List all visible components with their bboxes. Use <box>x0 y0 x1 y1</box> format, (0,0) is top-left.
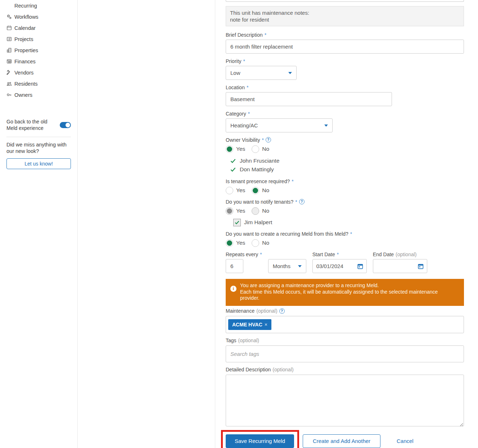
sidebar-item-owners[interactable]: Owners <box>6 89 71 100</box>
notify-tenants-no-radio[interactable] <box>252 207 259 215</box>
list-item: Don Mattingly <box>230 165 464 174</box>
list-item: John Frusciante <box>230 157 464 165</box>
start-date-label: Start Date * <box>312 251 367 257</box>
maintenance-provider-chip: ACME HVAC × <box>228 319 271 330</box>
category-select[interactable]: Heating/AC <box>226 118 333 132</box>
owner-name: John Frusciante <box>240 158 279 164</box>
required-asterisk: * <box>292 178 293 184</box>
notify-tenants-yes-radio[interactable] <box>226 207 233 215</box>
sidebar-item-label: Finances <box>14 59 36 64</box>
gears-icon <box>6 14 12 19</box>
notify-tenants-group: Do you want to notify tenants? * ? Yes N… <box>226 199 464 226</box>
meld-form-panel: This unit has maintenance notes: note fo… <box>215 0 478 448</box>
maintenance-notes-line2: note for resident <box>230 16 460 23</box>
old-experience-toggle[interactable] <box>60 122 71 128</box>
radio-label-yes: Yes <box>236 208 245 214</box>
detailed-description-group: Detailed Description (optional) <box>226 367 464 428</box>
owner-visibility-yes-radio[interactable] <box>226 145 233 153</box>
maintenance-notes-line1: This unit has maintenance notes: <box>230 9 460 16</box>
brief-description-label: Brief Description * <box>226 32 464 38</box>
chip-remove-icon[interactable]: × <box>265 322 267 327</box>
calendar-picker-icon[interactable] <box>418 263 424 269</box>
radio-label-no: No <box>262 187 269 194</box>
tenant-name: Jim Halpert <box>244 219 272 226</box>
priority-select[interactable]: Low <box>226 66 297 80</box>
radio-label-yes: Yes <box>236 187 245 194</box>
owner-visibility-no-radio[interactable] <box>252 145 259 153</box>
category-group: Category * Heating/AC <box>226 110 464 132</box>
owner-name: Don Mattingly <box>240 166 274 173</box>
recurring-assignment-warning: i You are assigning a maintenance provid… <box>226 279 464 306</box>
repeats-every-label: Repeats every * <box>226 251 262 257</box>
category-label: Category * <box>226 110 464 117</box>
owner-visibility-label: Owner Visibility * ? <box>226 137 464 143</box>
recurring-meld-no-radio[interactable] <box>252 239 259 247</box>
repeats-unit-label-spacer <box>268 251 306 257</box>
help-icon[interactable]: ? <box>299 199 305 204</box>
checkmark-icon <box>235 221 239 225</box>
sidebar-item-recurring[interactable]: Recurring <box>6 0 71 11</box>
warning-text: You are assigning a maintenance provider… <box>240 282 447 302</box>
sidebar-item-projects[interactable]: Projects <box>6 33 71 45</box>
cancel-button[interactable]: Cancel <box>397 438 414 444</box>
radio-label-no: No <box>262 240 269 246</box>
sidebar-item-vendors[interactable]: Vendors <box>6 67 71 78</box>
maintenance-provider-input[interactable]: ACME HVAC × <box>226 316 464 333</box>
recurring-meld-yes-radio[interactable] <box>226 239 233 247</box>
required-asterisk: * <box>247 85 248 90</box>
priority-group: Priority * Low <box>226 58 464 80</box>
key-icon <box>6 92 12 98</box>
location-input[interactable] <box>226 92 392 106</box>
create-and-add-another-button[interactable]: Create and Add Another <box>303 434 380 448</box>
required-asterisk: * <box>265 32 266 38</box>
start-date-group: Start Date * 03/01/2024 <box>312 251 367 273</box>
sidebar-item-label: Recurring <box>14 3 37 9</box>
sidebar-item-workflows[interactable]: Workflows <box>6 11 71 22</box>
sidebar-item-properties[interactable]: Properties <box>6 45 71 56</box>
brief-description-input[interactable] <box>226 40 464 54</box>
required-asterisk: * <box>260 252 262 257</box>
priority-value: Low <box>230 70 240 76</box>
repeats-unit-value: Months <box>273 263 290 269</box>
let-us-know-button[interactable]: Let us know! <box>6 158 71 169</box>
save-recurring-meld-button[interactable]: Save Recurring Meld <box>226 434 294 448</box>
priority-label: Priority * <box>226 58 464 64</box>
app-window: Recurring Workflows <box>0 0 478 448</box>
optional-tag: (optional) <box>256 308 277 314</box>
required-asterisk: * <box>337 252 339 257</box>
sidebar-item-residents[interactable]: Residents <box>6 78 71 89</box>
checkmark-icon <box>230 159 236 163</box>
repeats-every-input[interactable] <box>226 259 243 273</box>
chevron-down-icon <box>288 72 292 74</box>
tenant-checkbox[interactable] <box>233 219 241 226</box>
optional-tag: (optional) <box>238 338 259 343</box>
wrench-icon <box>6 70 12 75</box>
clipped-input-bottom <box>226 0 464 2</box>
calendar-picker-icon[interactable] <box>357 263 363 269</box>
help-icon[interactable]: ? <box>279 308 285 314</box>
help-icon[interactable]: ? <box>266 137 271 142</box>
required-asterisk: * <box>262 137 263 143</box>
old-experience-toggle-row: Go back to the old Meld experience <box>6 118 71 131</box>
owner-visibility-group: Owner Visibility * ? Yes No John Fruscia… <box>226 137 464 174</box>
detailed-description-textarea[interactable] <box>226 375 464 426</box>
tenant-presence-yes-radio[interactable] <box>226 187 233 194</box>
optional-tag: (optional) <box>396 252 416 257</box>
tags-search-input[interactable] <box>226 345 464 362</box>
info-icon: i <box>230 286 236 292</box>
tenant-presence-group: Is tenant presence required? * Yes No <box>226 178 464 194</box>
start-date-input[interactable]: 03/01/2024 <box>312 259 367 273</box>
tenant-presence-no-radio[interactable] <box>252 187 259 194</box>
tenant-presence-label: Is tenant presence required? * <box>226 178 464 184</box>
maintenance-group: Maintenance (optional) ? ACME HVAC × <box>226 308 464 333</box>
sidebar-item-calendar[interactable]: Calendar <box>6 22 71 33</box>
radio-label-yes: Yes <box>236 146 245 152</box>
end-date-input[interactable] <box>373 259 427 273</box>
sidebar-item-finances[interactable]: Finances <box>6 56 71 67</box>
recurrence-schedule-row: Repeats every * Months Start Date * <box>226 251 464 273</box>
sidebar: Recurring Workflows <box>0 0 78 448</box>
repeats-unit-select[interactable]: Months <box>268 259 306 273</box>
calendar-icon <box>6 25 12 31</box>
sidebar-item-label: Properties <box>14 47 38 53</box>
owner-visibility-radios: Yes No <box>226 145 464 153</box>
